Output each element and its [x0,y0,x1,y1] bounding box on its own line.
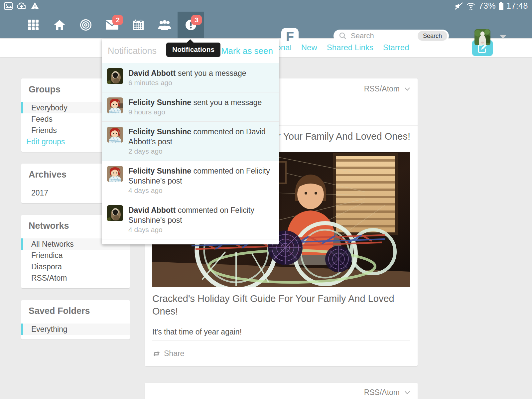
cloud-upload-icon [17,2,27,10]
wifi-icon [466,2,476,10]
post1-description: It's that time of year again! [152,327,410,337]
avatar-felicity-sunshine [107,127,123,143]
notification-text: Felicity Sunshine commented on David Abb… [128,127,274,147]
share-icon [152,350,161,357]
chevron-down-icon [404,391,410,395]
notification-item[interactable]: Felicity Sunshine sent you a message 9 h… [102,92,279,121]
post1-share-button[interactable]: Share [152,349,410,366]
notification-item[interactable]: Felicity Sunshine commented on David Abb… [102,121,279,161]
chevron-down-icon[interactable] [500,35,506,39]
avatar-david-abbott [107,68,123,84]
post1-network-dropdown[interactable]: RSS/Atom [364,84,410,93]
search-bar: Search [333,30,449,42]
notification-time: 4 days ago [128,225,274,234]
nav-calendar[interactable] [125,12,151,38]
nav-messages[interactable]: 2 [99,12,125,38]
post2-network-label: RSS/Atom [364,388,400,397]
image-icon [4,2,13,10]
notification-text: Felicity Sunshine commented on Felicity … [128,166,274,186]
home-icon [54,19,66,31]
notifications-title: Notifications [108,46,157,56]
apps-grid-icon [28,19,39,31]
battery-icon [498,2,504,10]
nav-apps[interactable] [20,12,46,38]
notification-time: 9 hours ago [128,107,262,116]
avatar-felicity-sunshine [107,97,123,113]
notification-time: 2 days ago [128,147,274,156]
nav-home[interactable] [46,12,72,38]
bullseye-icon [80,19,92,31]
post-card-2: RSS/Atom [145,383,418,399]
battery-percent: 73% [478,1,496,11]
mute-icon [455,2,463,10]
tab-starred[interactable]: Starred [383,43,409,52]
notification-item[interactable]: David Abbott sent you a message 6 minute… [102,63,279,92]
post1-title[interactable]: Cracked's Holiday Gift Guide For Your Fa… [152,292,410,318]
user-avatar[interactable] [474,29,490,45]
avatar-david-abbott [107,205,123,221]
notification-text: Felicity Sunshine sent you a message [128,97,262,107]
calendar-icon [132,19,144,31]
notification-time: 6 minutes ago [128,78,246,87]
notification-item[interactable]: Felicity Sunshine commented on Felicity … [102,161,279,200]
notification-item[interactable]: David Abbott commented on Felicity Sunsh… [102,200,279,239]
sidebar-item-everything[interactable]: Everything [21,324,130,335]
sidebar-item-rss-atom[interactable]: RSS/Atom [21,272,130,284]
saved-folders-panel: Saved Folders Everything [21,300,130,339]
avatar-felicity-sunshine [107,166,123,182]
clock: 17:48 [506,1,528,11]
notifications-panel: Notifications Mark as seen David Abbott … [102,39,279,244]
post2-network-dropdown[interactable]: RSS/Atom [364,388,410,397]
tab-new[interactable]: New [301,43,317,52]
nav-contacts[interactable] [151,12,178,38]
nav-community[interactable] [72,12,99,38]
notification-text: David Abbott commented on Felicity Sunsh… [128,205,274,225]
mark-as-seen-link[interactable]: Mark as seen [221,46,273,56]
sidebar-item-friendica[interactable]: Friendica [21,250,130,261]
tab-shared-links[interactable]: Shared Links [327,43,373,52]
friendica-logo[interactable]: F [281,28,299,45]
notifications-tooltip: Notifications [166,43,220,57]
navbar: 2 3 F Search [0,12,532,38]
notification-text: David Abbott sent you a message [128,68,246,78]
mail-badge: 2 [112,15,123,25]
warning-icon [31,2,39,10]
search-button[interactable]: Search [418,31,447,41]
post1-network-label: RSS/Atom [364,84,400,93]
notification-item[interactable] [102,239,279,244]
chevron-down-icon [404,87,410,91]
search-icon [339,32,347,40]
status-bar: 73% 17:48 [0,0,532,12]
share-label: Share [164,349,184,358]
sidebar-item-diaspora[interactable]: Diaspora [21,261,130,272]
divider [152,340,410,340]
notification-time: 4 days ago [128,186,274,195]
saved-folders-title: Saved Folders [29,306,122,316]
post2-header: RSS/Atom [145,383,418,399]
alert-badge: 3 [191,15,202,25]
contacts-icon [157,20,172,30]
nav-notifications[interactable]: 3 [178,12,204,38]
search-input[interactable] [351,32,418,40]
